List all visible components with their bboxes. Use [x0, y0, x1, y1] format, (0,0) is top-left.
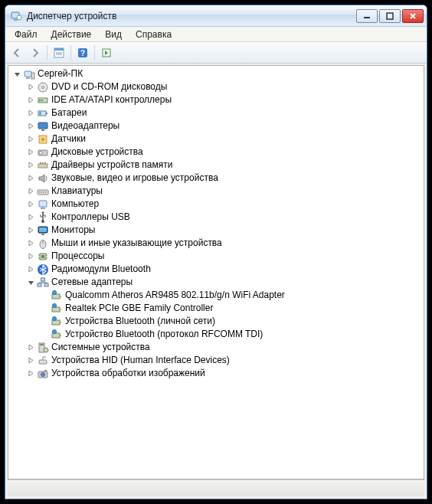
expand-icon[interactable] [25, 251, 36, 262]
tree-category-node[interactable]: Дисковые устройства [11, 146, 424, 159]
system-icon [37, 342, 49, 354]
scan-button[interactable] [98, 44, 115, 61]
expand-icon[interactable] [25, 212, 36, 223]
minimize-button[interactable] [356, 9, 378, 23]
tree-device-node[interactable]: Устройства Bluetooth (личной сети) [11, 315, 424, 328]
tree-node-label: Процессоры [51, 250, 105, 263]
hid-icon [37, 355, 49, 367]
tree-category-node[interactable]: Батареи [11, 106, 424, 119]
toolbar-separator [47, 45, 47, 61]
svg-rect-69 [40, 344, 44, 345]
svg-rect-38 [39, 201, 47, 207]
svg-point-26 [41, 138, 44, 141]
svg-rect-65 [52, 333, 60, 338]
collapse-icon[interactable] [25, 277, 36, 288]
tree-category-node[interactable]: Устройства HID (Human Interface Devices) [11, 354, 424, 367]
device-tree[interactable]: Сергей-ПКDVD и CD-ROM дисководыIDE ATA/A… [8, 65, 424, 479]
svg-rect-59 [52, 307, 60, 312]
menu-help[interactable]: Справка [129, 28, 178, 41]
svg-rect-42 [39, 227, 47, 232]
tree-category-node[interactable]: Компьютер [11, 198, 424, 211]
tree-category-node[interactable]: Клавиатуры [11, 185, 424, 198]
tree-node-label: Видеоадаптеры [51, 119, 119, 133]
tree-category-node[interactable]: IDE ATA/ATAPI контроллеры [11, 93, 424, 106]
menu-view[interactable]: Вид [99, 28, 128, 41]
audio-icon [37, 172, 49, 185]
expand-icon[interactable] [25, 186, 36, 197]
menu-action[interactable]: Действие [45, 28, 98, 41]
tree-category-node[interactable]: Устройства обработки изображений [11, 367, 424, 380]
svg-rect-57 [60, 296, 61, 297]
tree-category-node[interactable]: Мыши и иные указывающие устройства [11, 237, 424, 250]
tree-category-node[interactable]: Контроллеры USB [11, 211, 424, 224]
expander-blank [39, 316, 50, 327]
svg-rect-71 [39, 360, 47, 364]
expand-icon[interactable] [25, 264, 36, 275]
tree-category-node[interactable]: Радиомодули Bluetooth [11, 263, 424, 276]
netadapter-icon [51, 303, 63, 315]
expand-icon[interactable] [25, 368, 36, 379]
svg-rect-1 [14, 19, 18, 21]
tree-device-node[interactable]: Realtek PCIe GBE Family Controller [11, 302, 424, 315]
expand-icon[interactable] [25, 82, 36, 93]
tree-device-node[interactable]: Устройство Bluetooth (протокол RFCOMM TD… [11, 328, 424, 341]
tree-device-node[interactable]: Qualcomm Atheros AR9485 802.11b/g/n WiFi… [11, 289, 424, 302]
svg-rect-54 [44, 283, 48, 286]
netadapter-icon [51, 329, 63, 341]
tree-node-label: Устройства HID (Human Interface Devices) [51, 354, 230, 367]
tree-category-node[interactable]: Сетевые адаптеры [11, 276, 424, 289]
content-area: Сергей-ПКDVD и CD-ROM дисководыIDE ATA/A… [5, 64, 427, 499]
tree-node-label: Батареи [51, 106, 87, 119]
expand-icon[interactable] [25, 108, 36, 119]
tree-category-node[interactable]: Процессоры [11, 250, 424, 263]
tree-node-label: Дисковые устройства [51, 146, 143, 159]
tree-node-label: Устройство Bluetooth (протокол RFCOMM TD… [65, 328, 263, 341]
tree-root-node[interactable]: Сергей-ПК [11, 67, 424, 80]
help-button[interactable]: ? [74, 44, 91, 61]
svg-point-70 [44, 348, 48, 352]
forward-button[interactable] [27, 44, 44, 61]
tree-node-label: Контроллеры USB [51, 211, 130, 224]
expand-icon[interactable] [25, 355, 36, 366]
svg-rect-29 [38, 164, 47, 168]
expand-icon[interactable] [25, 147, 36, 158]
maximize-button[interactable] [379, 9, 401, 23]
toolbar: ? [5, 42, 427, 64]
tree-category-node[interactable]: Звуковые, видео и игровые устройства [11, 172, 424, 185]
svg-point-58 [53, 290, 57, 294]
expand-icon[interactable] [25, 160, 36, 171]
expand-icon[interactable] [25, 173, 36, 184]
titlebar[interactable]: Диспетчер устройств [5, 5, 427, 27]
expand-icon[interactable] [25, 121, 36, 132]
imaging-icon [37, 368, 49, 380]
tree-node-label: Системные устройства [51, 341, 150, 354]
tree-node-label: Сетевые адаптеры [51, 276, 133, 289]
expand-icon[interactable] [25, 95, 36, 106]
svg-rect-37 [45, 191, 47, 193]
svg-point-28 [39, 151, 42, 154]
expand-icon[interactable] [25, 134, 36, 145]
tree-category-node[interactable]: Мониторы [11, 224, 424, 237]
tree-category-node[interactable]: Датчики [11, 133, 424, 146]
svg-rect-13 [26, 77, 30, 79]
svg-rect-21 [46, 113, 47, 114]
tree-category-node[interactable]: Системные устройства [11, 341, 424, 354]
properties-button[interactable] [51, 44, 67, 61]
tree-node-label: IDE ATA/ATAPI контроллеры [51, 93, 172, 106]
back-button[interactable] [8, 44, 25, 61]
svg-point-61 [53, 303, 57, 307]
tree-category-node[interactable]: DVD и CD-ROM дисководы [11, 80, 424, 93]
close-button[interactable] [402, 9, 424, 23]
tree-category-node[interactable]: Видеоадаптеры [11, 119, 424, 133]
tree-category-node[interactable]: Драйверы устройств памяти [11, 159, 424, 172]
expand-icon[interactable] [25, 238, 36, 249]
expand-icon[interactable] [25, 199, 36, 210]
expand-icon[interactable] [25, 342, 36, 353]
svg-rect-39 [41, 208, 45, 209]
battery-icon [37, 107, 49, 119]
svg-point-16 [42, 86, 44, 88]
expand-icon[interactable] [25, 225, 36, 236]
menu-file[interactable]: Файл [8, 28, 44, 41]
status-bar [8, 479, 424, 496]
collapse-icon[interactable] [11, 69, 22, 80]
